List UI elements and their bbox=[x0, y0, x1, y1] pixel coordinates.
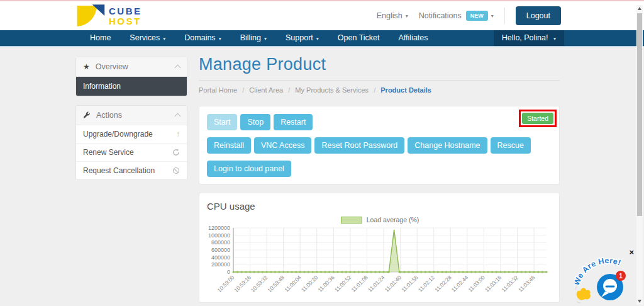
svg-text:10:59:16: 10:59:16 bbox=[233, 274, 252, 293]
svg-text:11:00:04: 11:00:04 bbox=[283, 274, 302, 293]
scroll-down-arrow-icon[interactable] bbox=[638, 300, 641, 303]
manage-buttons-row: Reinstall VNC Access Reset Root Password… bbox=[207, 137, 552, 154]
vnc-access-button[interactable]: VNC Access bbox=[254, 137, 311, 154]
actions-panel: Actions Upgrade/Downgrade ↑ Renew Servic… bbox=[75, 105, 187, 180]
svg-text:11:01:40: 11:01:40 bbox=[384, 274, 402, 293]
svg-text:10:59:00: 10:59:00 bbox=[216, 274, 236, 293]
nav-item-services[interactable]: Services▾ bbox=[120, 30, 175, 46]
svg-text:11:03:48: 11:03:48 bbox=[517, 274, 536, 293]
sidebar: ★ Overview Information Actions Upgrade/D… bbox=[75, 57, 187, 189]
cubehost-logo[interactable]: CUBE HOST bbox=[75, 3, 142, 28]
nav-item-billing[interactable]: Billing▾ bbox=[231, 30, 276, 46]
overview-header[interactable]: ★ Overview bbox=[76, 57, 187, 77]
chat-widget: × We Are Here! 1 bbox=[575, 249, 640, 305]
sidebar-item-upgrade-downgrade[interactable]: Upgrade/Downgrade ↑ bbox=[76, 125, 187, 144]
chevron-up-icon bbox=[175, 113, 181, 120]
reinstall-button[interactable]: Reinstall bbox=[207, 137, 251, 154]
caret-down-icon: ▾ bbox=[316, 36, 319, 42]
scrollbar-thumb[interactable] bbox=[637, 13, 642, 216]
nav-item-domains[interactable]: Domains▾ bbox=[175, 30, 230, 46]
user-menu[interactable]: Hello, Polina! ▾ bbox=[494, 30, 564, 46]
logout-button[interactable]: Logout bbox=[516, 6, 561, 25]
logo-line1: CUBE bbox=[109, 6, 142, 16]
svg-text:1: 1 bbox=[619, 273, 623, 280]
breadcrumb-portal-home[interactable]: Portal Home bbox=[199, 86, 237, 94]
stop-button[interactable]: Stop bbox=[240, 114, 270, 130]
user-greeting: Hello, Polina! bbox=[502, 33, 548, 42]
top-header: CUBE HOST English ▾ Notifications NEW ▾ … bbox=[0, 1, 644, 30]
refresh-icon bbox=[172, 149, 180, 156]
svg-text:0: 0 bbox=[227, 269, 230, 275]
svg-text:11:03:00: 11:03:00 bbox=[467, 274, 486, 293]
svg-text:1000000: 1000000 bbox=[208, 232, 230, 239]
new-badge: NEW bbox=[466, 11, 488, 21]
notifications-menu[interactable]: Notifications NEW ▾ bbox=[419, 11, 494, 21]
status-badge: Started bbox=[522, 113, 553, 124]
start-button[interactable]: Start bbox=[207, 114, 237, 130]
breadcrumb-my-products[interactable]: My Products & Services bbox=[295, 86, 369, 94]
level-up-icon: ↑ bbox=[176, 130, 180, 139]
actions-header[interactable]: Actions bbox=[76, 106, 187, 125]
overview-title: Overview bbox=[96, 62, 128, 71]
svg-text:800000: 800000 bbox=[211, 239, 230, 246]
nav-item-support[interactable]: Support▾ bbox=[276, 30, 328, 46]
cpu-chart-wrap: 0200000400000600000800000100000012000001… bbox=[207, 224, 553, 298]
power-buttons-row: Start Stop Restart bbox=[207, 114, 552, 130]
header-controls: English ▾ Notifications NEW ▾ Logout bbox=[377, 1, 561, 30]
notifications-label: Notifications bbox=[419, 11, 462, 20]
svg-text:10:59:32: 10:59:32 bbox=[250, 274, 269, 293]
status-highlight-box: Started bbox=[519, 110, 557, 127]
svg-text:11:02:44: 11:02:44 bbox=[450, 274, 469, 293]
svg-text:11:03:32: 11:03:32 bbox=[501, 274, 519, 293]
waving-hand-icon bbox=[575, 286, 591, 303]
cpu-usage-panel: CPU usage Load average (%) 0200000400000… bbox=[199, 193, 560, 303]
sidebar-item-information[interactable]: Information bbox=[76, 77, 187, 96]
caret-down-icon: ▾ bbox=[553, 36, 556, 42]
language-label: English bbox=[377, 11, 402, 20]
caret-down-icon: ▾ bbox=[163, 36, 165, 42]
caret-down-icon: ▾ bbox=[406, 13, 408, 19]
page: CUBE HOST English ▾ Notifications NEW ▾ … bbox=[0, 0, 644, 306]
star-icon: ★ bbox=[83, 62, 90, 71]
change-hostname-button[interactable]: Change Hostname bbox=[408, 137, 487, 154]
language-selector[interactable]: English ▾ bbox=[377, 11, 408, 20]
sidebar-item-renew-service[interactable]: Renew Service bbox=[76, 144, 187, 162]
sidebar-item-request-cancellation[interactable]: Request Cancellation bbox=[76, 162, 187, 179]
reset-root-password-button[interactable]: Reset Root Password bbox=[314, 137, 404, 154]
scroll-up-arrow-icon[interactable] bbox=[638, 7, 641, 10]
main-content: Manage Product Portal Home / Client Area… bbox=[199, 55, 560, 306]
cubehost-logo-icon bbox=[75, 3, 106, 28]
nav-item-home[interactable]: Home bbox=[80, 30, 120, 46]
wrench-icon bbox=[83, 111, 91, 119]
nav-item-open-ticket[interactable]: Open Ticket bbox=[328, 30, 389, 46]
svg-text:10:59:48: 10:59:48 bbox=[266, 274, 286, 293]
caret-down-icon: ▾ bbox=[491, 13, 494, 19]
legend-label: Load average (%) bbox=[367, 216, 419, 224]
vertical-scrollbar[interactable] bbox=[636, 5, 643, 305]
legend-swatch bbox=[341, 217, 362, 224]
login-cloud-panel-button[interactable]: Login to cloud panel bbox=[207, 161, 291, 177]
svg-text:11:02:12: 11:02:12 bbox=[417, 274, 436, 293]
chart-legend: Load average (%) bbox=[207, 216, 553, 224]
overview-panel: ★ Overview Information bbox=[75, 57, 187, 96]
product-actions-panel: Started Start Stop Restart Reinstall VNC… bbox=[199, 106, 560, 184]
page-title: Manage Product bbox=[199, 55, 560, 74]
chat-bubble-icon[interactable]: We Are Here! 1 bbox=[575, 254, 640, 305]
svg-text:11:01:08: 11:01:08 bbox=[350, 274, 369, 293]
restart-button[interactable]: Restart bbox=[274, 114, 313, 130]
svg-text:11:03:16: 11:03:16 bbox=[484, 274, 502, 293]
svg-text:11:00:52: 11:00:52 bbox=[333, 274, 352, 293]
svg-text:600000: 600000 bbox=[211, 247, 230, 253]
ban-icon bbox=[172, 167, 180, 174]
breadcrumb-client-area[interactable]: Client Area bbox=[249, 86, 283, 94]
logo-line2: HOST bbox=[109, 16, 142, 26]
nav-item-affiliates[interactable]: Affiliates bbox=[389, 30, 438, 46]
rescue-button[interactable]: Rescue bbox=[491, 137, 531, 154]
breadcrumb: Portal Home / Client Area / My Products … bbox=[199, 86, 560, 94]
svg-text:400000: 400000 bbox=[211, 254, 230, 261]
chevron-up-icon bbox=[175, 65, 181, 71]
svg-text:200000: 200000 bbox=[211, 261, 230, 268]
caret-down-icon: ▾ bbox=[219, 36, 221, 42]
svg-text:11:02:28: 11:02:28 bbox=[433, 274, 452, 293]
breadcrumb-product-details: Product Details bbox=[380, 86, 431, 94]
